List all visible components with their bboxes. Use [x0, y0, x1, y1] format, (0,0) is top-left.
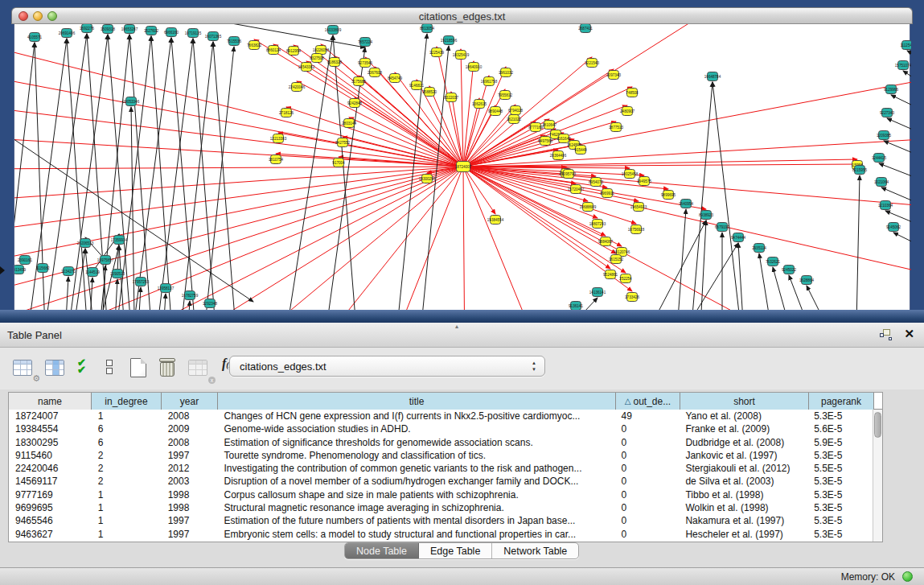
table-cell[interactable]: 0	[615, 422, 680, 435]
table-cell[interactable]: Tourette syndrome. Phenomenology and cla…	[218, 449, 615, 462]
table-cell[interactable]: Disruption of a novel member of a sodium…	[218, 475, 615, 488]
table-cell[interactable]: 5.9E-5	[807, 436, 873, 449]
column-header-title[interactable]: title	[218, 393, 616, 410]
table-cell[interactable]: 49	[615, 410, 680, 422]
table-settings-button[interactable]: ⚙	[13, 356, 37, 381]
table-cell[interactable]: 9465546	[9, 514, 92, 527]
table-cell[interactable]: Wolkin et al. (1998)	[679, 501, 807, 514]
column-header-year[interactable]: year	[162, 393, 218, 410]
table-cell[interactable]: 5.3E-5	[807, 449, 873, 462]
scrollbar-thumb[interactable]	[874, 412, 881, 438]
table-cell[interactable]: 0	[615, 514, 680, 527]
table-cell[interactable]: 9115460	[9, 449, 92, 462]
table-body[interactable]: 1872400712008Changes of HCN gene express…	[9, 410, 873, 542]
table-row[interactable]: 946554611997Estimation of the future num…	[9, 514, 873, 527]
table-selector-combo[interactable]: citations_edges.txt ▲▼	[229, 356, 545, 377]
table-cell[interactable]: 0	[615, 501, 680, 514]
table-cell[interactable]: 0	[615, 449, 680, 462]
table-row[interactable]: 977716911998Corpus callosum shape and si…	[9, 488, 873, 501]
table-cell[interactable]: 2012	[162, 462, 218, 475]
table-cell[interactable]: 5.3E-5	[807, 410, 873, 422]
table-cell[interactable]: 1997	[162, 514, 218, 527]
table-cell[interactable]: 1998	[162, 488, 218, 501]
table-row[interactable]: 1830029562008Estimation of significance …	[9, 436, 873, 449]
table-row[interactable]: 2242004622012Investigating the contribut…	[9, 462, 873, 475]
table-cell[interactable]: Investigating the contribution of common…	[218, 462, 615, 475]
table-cell[interactable]: Nakamura et al. (1997)	[679, 514, 807, 527]
table-panel-titlebar[interactable]: Table Panel ▴ ✕	[0, 323, 924, 348]
float-panel-icon[interactable]	[880, 329, 892, 340]
table-cell[interactable]: 5.5E-5	[807, 462, 873, 475]
table-cell[interactable]: 9699695	[9, 501, 92, 514]
table-cell[interactable]: 0	[615, 528, 680, 541]
table-cell[interactable]: 1997	[162, 528, 218, 541]
column-header-short[interactable]: short	[680, 393, 809, 410]
table-cell[interactable]: 5.3E-5	[807, 475, 873, 488]
table-cell[interactable]: Dudbridge et al. (2008)	[679, 436, 807, 449]
table-cell[interactable]: 6	[92, 436, 162, 449]
vertical-scrollbar[interactable]	[873, 410, 882, 542]
table-cell[interactable]: Structural magnetic resonance image aver…	[218, 501, 615, 514]
table-cell[interactable]: 5.3E-5	[807, 501, 873, 514]
table-cell[interactable]: 5.3E-5	[807, 488, 873, 501]
table-cell[interactable]: 2003	[162, 475, 218, 488]
column-header-in_degree[interactable]: in_degree	[92, 393, 162, 410]
table-cell[interactable]: Jankovic et al. (1997)	[679, 449, 807, 462]
table-cell[interactable]: Estimation of significance thresholds fo…	[218, 436, 615, 449]
table-cell[interactable]: 2	[92, 449, 162, 462]
table-cell[interactable]: 18300295	[9, 436, 92, 449]
table-cell[interactable]: Genome-wide association studies in ADHD.	[218, 422, 615, 435]
table-row[interactable]: 911546021997Tourette syndrome. Phenomeno…	[9, 449, 873, 462]
table-cell[interactable]: 5.3E-5	[807, 514, 873, 527]
table-cell[interactable]: 2009	[162, 422, 218, 435]
row-height-button[interactable]	[106, 356, 130, 381]
table-cell[interactable]: 22420046	[9, 462, 92, 475]
table-cell[interactable]: 2	[92, 462, 162, 475]
table-cell[interactable]: Yano et al. (2008)	[679, 410, 807, 422]
table-cell[interactable]: Hescheler et al. (1997)	[679, 528, 807, 541]
table-row[interactable]: 1938455462009Genome-wide association stu…	[9, 422, 873, 435]
table-cell[interactable]: 9463627	[9, 528, 92, 541]
table-cell[interactable]: 2008	[162, 410, 218, 422]
table-cell[interactable]: 0	[615, 462, 680, 475]
table-cell[interactable]: 6	[92, 422, 162, 435]
memory-ok-indicator-icon[interactable]	[902, 571, 913, 582]
table-cell[interactable]: 9777169	[9, 488, 92, 501]
table-cell[interactable]: 5.3E-5	[807, 528, 873, 541]
network-view-window[interactable]: citations_edges.txt 76638228860124891295…	[11, 7, 913, 310]
table-cell[interactable]: Franke et al. (2009)	[679, 422, 807, 435]
table-cell[interactable]: 1998	[162, 501, 218, 514]
table-cell[interactable]: Stergiakouli et al. (2012)	[679, 462, 807, 475]
close-panel-icon[interactable]: ✕	[904, 328, 914, 340]
table-row[interactable]: 1456911722003Disruption of a novel membe…	[9, 475, 873, 488]
table-cell[interactable]: 0	[615, 488, 680, 501]
table-cell[interactable]: 1	[92, 488, 162, 501]
show-columns-button[interactable]	[45, 356, 69, 381]
table-row[interactable]: 969969511998Structural magnetic resonanc…	[9, 501, 873, 514]
delete-entries-button[interactable]	[159, 356, 183, 381]
table-header-row[interactable]: namein_degreeyeartitle△out_de...shortpag…	[9, 393, 882, 410]
table-cell[interactable]: 1	[92, 501, 162, 514]
table-cell[interactable]: 1997	[162, 449, 218, 462]
table-cell[interactable]: de Silva et al. (2003)	[679, 475, 807, 488]
table-cell[interactable]: Corpus callosum shape and size in male p…	[218, 488, 615, 501]
tab-network-table[interactable]: Network Table	[492, 543, 578, 558]
table-cell[interactable]: 18724007	[9, 410, 92, 422]
table-cell[interactable]: 14569117	[9, 475, 92, 488]
table-cell[interactable]: 1	[92, 528, 162, 541]
table-cell[interactable]: 1	[92, 514, 162, 527]
table-row[interactable]: 946362711997Embryonic stem cells: a mode…	[9, 528, 873, 541]
table-cell[interactable]: Embryonic stem cells: a model to study s…	[218, 528, 615, 541]
column-header-name[interactable]: name	[9, 393, 92, 410]
table-cell[interactable]: Tibbo et al. (1998)	[679, 488, 807, 501]
tab-node-table[interactable]: Node Table	[345, 543, 419, 558]
table-cell[interactable]: 2	[92, 475, 162, 488]
column-header-pagerank[interactable]: pagerank	[809, 393, 874, 410]
collapsed-panel-arrow-icon[interactable]	[0, 266, 5, 274]
network-window-titlebar[interactable]: citations_edges.txt	[11, 7, 913, 24]
tab-edge-table[interactable]: Edge Table	[419, 543, 492, 558]
select-columns-button[interactable]: ✔✔	[77, 356, 101, 381]
table-cell[interactable]: 0	[615, 475, 680, 488]
table-cell[interactable]: 5.6E-5	[807, 422, 873, 435]
table-cell[interactable]: Changes of HCN gene expression and I(f) …	[218, 410, 615, 422]
